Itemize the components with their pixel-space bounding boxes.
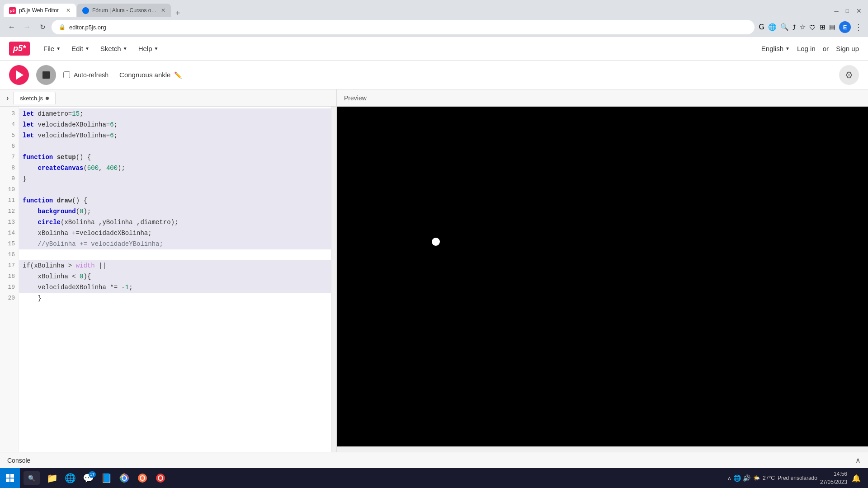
- windows-logo-icon: [5, 474, 14, 483]
- chrome-icon: [119, 473, 129, 483]
- tab-close-icon[interactable]: ✕: [66, 7, 71, 14]
- code-line-8: createCanvas(600, 400);: [19, 163, 331, 174]
- google-icon[interactable]: G: [759, 23, 764, 31]
- translate-icon[interactable]: 🌐: [768, 23, 777, 31]
- tab-manager-icon[interactable]: ⊞: [820, 23, 826, 31]
- taskbar-icon-whatsapp[interactable]: 💬 17: [80, 469, 97, 487]
- file-menu[interactable]: File ▼: [39, 42, 65, 55]
- system-tray-arrow[interactable]: ∧: [727, 475, 731, 481]
- taskbar: 🔍 📁 🌐 💬 17 📘: [0, 468, 868, 488]
- minimize-button[interactable]: ─: [832, 7, 841, 15]
- share-icon[interactable]: ⤴: [793, 23, 796, 31]
- p5-logo[interactable]: p5*: [9, 42, 30, 56]
- signup-link[interactable]: Sign up: [836, 45, 859, 52]
- vertical-scrollbar[interactable]: [331, 107, 336, 452]
- network-icon[interactable]: 🌐: [733, 474, 741, 482]
- code-line-17: if(xBolinha > width ||: [19, 260, 331, 271]
- lock-icon: 🔒: [59, 24, 66, 30]
- close-button[interactable]: ✕: [854, 6, 864, 15]
- taskbar-icon-edge[interactable]: 🌐: [61, 469, 79, 487]
- or-text: or: [823, 45, 829, 52]
- taskbar-icons: 📁 🌐 💬 17 📘: [43, 469, 169, 487]
- taskbar-icon-chrome[interactable]: [116, 469, 133, 487]
- code-line-3: let diametro=15;: [19, 108, 331, 119]
- maximize-button[interactable]: □: [843, 7, 852, 15]
- clock-date: 27/05/2023: [820, 478, 847, 486]
- line-number: 11: [4, 195, 15, 206]
- language-chevron: ▼: [785, 46, 790, 51]
- code-line-15: //yBolinha += velocidadeYBolinha;: [19, 239, 331, 249]
- star-icon[interactable]: ☆: [800, 23, 806, 31]
- taskbar-icon-file-explorer[interactable]: 📁: [43, 469, 61, 487]
- tab-p5js[interactable]: p5 p5.js Web Editor ✕: [4, 4, 76, 17]
- sketch-file-tab[interactable]: sketch.js: [13, 92, 56, 104]
- taskbar-icon-chrome3[interactable]: [152, 469, 169, 487]
- ball-sprite: [432, 238, 440, 246]
- taskbar-search-icon: 🔍: [28, 475, 35, 482]
- line-number: 18: [4, 271, 15, 282]
- auto-refresh-checkbox[interactable]: [63, 71, 70, 78]
- sketch-menu[interactable]: Sketch ▼: [96, 42, 132, 55]
- taskbar-search[interactable]: 🔍: [24, 471, 40, 485]
- taskbar-system-icons: ∧ 🌐 🔊: [727, 474, 750, 482]
- preview-scrollbar[interactable]: [337, 446, 868, 452]
- notification-button[interactable]: 🔔: [850, 472, 863, 484]
- code-line-4: let velocidadeXBolinha=6;: [19, 119, 331, 130]
- svg-rect-3: [10, 479, 14, 482]
- p5-toolbar: Auto-refresh Congruous ankle ✏️ ⚙: [0, 61, 868, 89]
- file-panel-toggle[interactable]: ›: [4, 92, 11, 104]
- help-menu[interactable]: Help ▼: [134, 42, 163, 55]
- svg-point-9: [141, 476, 144, 480]
- taskbar-icon-chrome2[interactable]: [134, 469, 151, 487]
- browser-chrome: p5 p5.js Web Editor ✕ Fórum | Alura - Cu…: [0, 0, 868, 37]
- new-tab-button[interactable]: +: [172, 9, 184, 17]
- start-button[interactable]: [0, 468, 20, 488]
- weather-label: Pred ensolarado: [778, 475, 817, 481]
- auto-refresh-label[interactable]: Auto-refresh: [63, 71, 108, 79]
- language-selector[interactable]: English ▼: [761, 45, 790, 52]
- edit-menu[interactable]: Edit ▼: [67, 42, 94, 55]
- more-options-icon[interactable]: ⋮: [854, 22, 863, 32]
- tab-bar: p5 p5.js Web Editor ✕ Fórum | Alura - Cu…: [0, 0, 868, 17]
- tab-p5js-favicon: p5: [9, 7, 16, 14]
- back-button[interactable]: ←: [5, 21, 18, 33]
- tab-alura-close-icon[interactable]: ✕: [161, 7, 165, 14]
- tab-p5js-label: p5.js Web Editor: [19, 7, 59, 14]
- svg-rect-0: [6, 474, 9, 478]
- play-button[interactable]: [9, 65, 29, 85]
- login-link[interactable]: Log in: [797, 45, 816, 52]
- line-number: 4: [4, 119, 15, 130]
- code-line-11: function draw() {: [19, 195, 331, 206]
- tab-alura-label: Fórum | Alura - Cursos online de...: [92, 7, 158, 14]
- taskbar-clock[interactable]: 14:56 27/05/2023: [820, 470, 847, 486]
- window-controls: ─ □ ✕: [832, 6, 864, 15]
- tab-alura[interactable]: Fórum | Alura - Cursos online de... ✕: [77, 4, 171, 17]
- svg-rect-1: [10, 474, 14, 478]
- tab-alura-favicon: [82, 7, 89, 14]
- forward-button[interactable]: →: [21, 21, 33, 33]
- sidebar-icon[interactable]: ▤: [829, 23, 835, 31]
- sketch-filename: sketch.js: [20, 95, 43, 102]
- zoom-icon[interactable]: 🔍: [780, 23, 789, 31]
- sketch-menu-chevron: ▼: [123, 46, 127, 51]
- code-editor[interactable]: 3 4 5 6 7 8 9 10 11 12 13 14 15 16 17 18: [0, 107, 336, 452]
- line-number: 14: [4, 228, 15, 239]
- play-icon: [16, 70, 24, 80]
- file-menu-chevron: ▼: [56, 46, 61, 51]
- shield-icon[interactable]: 🛡: [809, 23, 816, 31]
- whatsapp-badge: 17: [89, 471, 96, 478]
- code-content[interactable]: let diametro=15; let velocidadeXBolinha=…: [19, 107, 331, 452]
- refresh-button[interactable]: ↻: [36, 21, 49, 33]
- address-bar[interactable]: 🔒 editor.p5js.org: [52, 20, 755, 34]
- weather-icon: 🌤️: [753, 475, 760, 481]
- settings-button[interactable]: ⚙: [839, 65, 859, 85]
- console-collapse-button[interactable]: ∧: [855, 456, 861, 465]
- stop-button[interactable]: [36, 65, 56, 85]
- volume-icon[interactable]: 🔊: [743, 474, 750, 482]
- nav-menu: File ▼ Edit ▼ Sketch ▼ Help ▼: [39, 42, 163, 55]
- edit-sketch-name-icon[interactable]: ✏️: [174, 71, 182, 79]
- taskbar-icon-facebook[interactable]: 📘: [98, 469, 115, 487]
- profile-icon[interactable]: E: [839, 21, 851, 33]
- taskbar-weather[interactable]: 🌤️ 27°C Pred ensolarado: [753, 475, 817, 481]
- console-bar: Console ∧: [0, 452, 868, 468]
